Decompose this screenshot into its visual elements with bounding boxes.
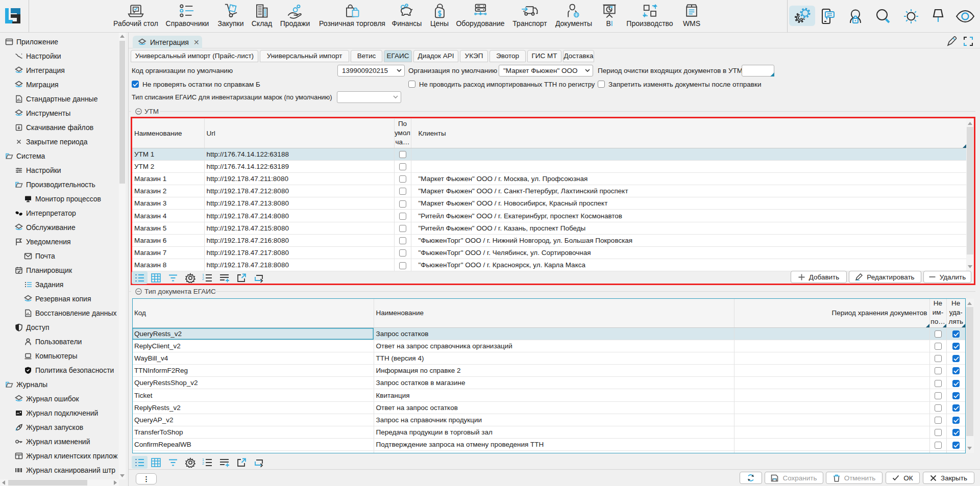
svg-text:1: 1 <box>202 273 204 277</box>
svg-text:2: 2 <box>202 277 204 280</box>
svg-text:2: 2 <box>202 462 204 465</box>
svg-text:1: 1 <box>202 458 204 462</box>
